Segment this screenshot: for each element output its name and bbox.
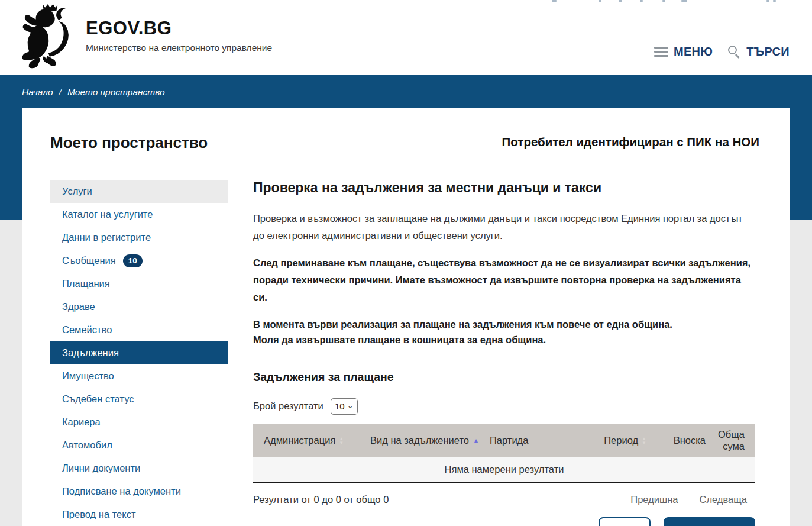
sidebar-item-label: Съдебен статус bbox=[62, 393, 134, 405]
column-header-obshta-suma[interactable]: Обща сума bbox=[709, 429, 755, 453]
results-per-page-select[interactable]: 10 ⌄ bbox=[331, 398, 358, 415]
results-per-page-value: 10 bbox=[335, 401, 345, 411]
chevron-down-icon: ⌄ bbox=[347, 402, 354, 409]
sidebar-item-sadeben-status[interactable]: Съдебен статус bbox=[50, 388, 228, 411]
sort-icon: ▲▼ bbox=[339, 437, 344, 445]
warning-paragraph-2-line2: Моля да извършвате плащане в кошницата з… bbox=[253, 332, 755, 348]
coat-of-arms-lion-logo[interactable] bbox=[20, 3, 74, 70]
sidebar-nav: Услуги Каталог на услугите Данни в регис… bbox=[50, 180, 228, 526]
unread-count-badge: 10 bbox=[123, 254, 143, 267]
clipped-top-nav-fragment bbox=[766, 0, 769, 2]
sidebar-item-label: Превод на текст bbox=[62, 509, 135, 520]
action-buttons: НАЗАД КЪМ ПЛАЩАНЕ bbox=[253, 517, 755, 526]
sidebar-item-label: Плащания bbox=[62, 278, 110, 289]
column-header-label: Администрация bbox=[264, 435, 335, 446]
warning-paragraph-2-line1: В момента върви реализация за плащане на… bbox=[253, 317, 755, 333]
brand-block: EGOV.BG Министерство на електронното упр… bbox=[86, 18, 272, 53]
header-actions: МЕНЮ ТЪРСИ bbox=[654, 45, 790, 59]
table-empty-state: Няма намерени резултати bbox=[253, 457, 755, 483]
service-description: Проверка и възможност за заплащане на дъ… bbox=[253, 210, 755, 244]
menu-button-label: МЕНЮ bbox=[674, 45, 713, 59]
sidebar-item-label: Задължения bbox=[62, 347, 119, 359]
sidebar-item-kariera[interactable]: Кариера bbox=[50, 411, 228, 434]
sidebar-item-label: Семейство bbox=[62, 324, 112, 335]
sort-icon: ▲▼ bbox=[642, 437, 646, 445]
results-per-page-control: Брой резултати 10 ⌄ bbox=[253, 398, 755, 415]
column-header-period[interactable]: Период ▲▼ bbox=[597, 435, 650, 446]
sidebar-item-label: Здраве bbox=[62, 301, 95, 312]
results-per-page-label: Брой резултати bbox=[253, 401, 323, 412]
brand-subtitle: Министерство на електронното управление bbox=[86, 43, 272, 53]
column-header-vid-sorted[interactable]: Вид на задължението ▲ bbox=[367, 435, 486, 446]
site-header: EGOV.BG Министерство на електронното упр… bbox=[0, 0, 812, 75]
page-title: Моето пространство bbox=[50, 134, 208, 152]
sidebar-item-label: Подписване на документи bbox=[62, 486, 181, 497]
breadcrumb-separator: / bbox=[59, 87, 62, 98]
column-header-label: Партида bbox=[490, 435, 528, 446]
results-summary-row: Резултати от 0 до 0 от общо 0 Предишна С… bbox=[253, 494, 755, 505]
sidebar-item-saobshteniya[interactable]: Съобщения 10 bbox=[50, 249, 228, 272]
sidebar-item-danni-v-registrite[interactable]: Данни в регистрите bbox=[50, 226, 228, 249]
clipped-top-nav-fragment bbox=[773, 0, 776, 2]
hamburger-icon bbox=[654, 47, 668, 57]
column-header-label: Период bbox=[604, 435, 638, 446]
back-button[interactable]: НАЗАД bbox=[599, 517, 651, 526]
user-identification-status: Потребител идентифициран с ПИК на НОИ bbox=[502, 135, 759, 149]
sidebar-item-uslugi[interactable]: Услуги bbox=[50, 180, 228, 203]
sidebar-divider bbox=[228, 180, 228, 526]
clipped-top-nav-fragment bbox=[640, 0, 643, 2]
sidebar-item-avtomobil[interactable]: Автомобил bbox=[50, 434, 228, 457]
sidebar-item-zdrave[interactable]: Здраве bbox=[50, 295, 228, 318]
sidebar-item-imushtestvo[interactable]: Имущество bbox=[50, 364, 228, 388]
sidebar-item-podpisvane[interactable]: Подписване на документи bbox=[50, 480, 228, 503]
sidebar-item-plashtaniya[interactable]: Плащания bbox=[50, 272, 228, 295]
clipped-top-nav-fragment bbox=[662, 0, 665, 2]
clipped-top-nav bbox=[0, 0, 812, 4]
sidebar-item-label: Кариера bbox=[62, 417, 101, 428]
content-card: Моето пространство Потребител идентифици… bbox=[22, 108, 790, 526]
sidebar-item-label: Съобщения bbox=[62, 255, 116, 266]
clipped-top-nav-fragment bbox=[681, 0, 687, 2]
to-payment-button[interactable]: КЪМ ПЛАЩАНЕ bbox=[664, 517, 755, 526]
sidebar-item-zadalzheniya-active[interactable]: Задължения bbox=[50, 341, 228, 364]
sidebar-item-semeystvo[interactable]: Семейство bbox=[50, 318, 228, 341]
pagination-previous[interactable]: Предишна bbox=[630, 494, 678, 505]
sidebar-item-lichni-dokumenti[interactable]: Лични документи bbox=[50, 457, 228, 480]
empty-message: Няма намерени резултати bbox=[445, 464, 564, 475]
column-header-partida[interactable]: Партида bbox=[486, 435, 597, 446]
sidebar-item-katalog[interactable]: Каталог на услугите bbox=[50, 203, 228, 226]
sidebar-item-label: Автомобил bbox=[62, 440, 112, 451]
obligations-table: Администрация ▲▼ Вид на задължението ▲ П… bbox=[253, 424, 755, 483]
obligations-section-title: Задължения за плащане bbox=[253, 370, 755, 384]
sort-asc-icon: ▲ bbox=[473, 437, 480, 445]
breadcrumb: Начало / Моето пространство bbox=[22, 87, 165, 98]
column-header-label: Обща сума bbox=[716, 429, 745, 453]
search-button-label: ТЪРСИ bbox=[746, 45, 790, 59]
sidebar-item-label: Лични документи bbox=[62, 463, 140, 474]
clipped-top-nav-fragment bbox=[552, 0, 557, 2]
column-header-label: Вноска bbox=[674, 435, 706, 446]
results-summary: Резултати от 0 до 0 от общо 0 bbox=[253, 494, 389, 505]
sidebar-item-label: Услуги bbox=[62, 186, 92, 197]
pagination-next[interactable]: Следваща bbox=[700, 494, 748, 505]
search-icon bbox=[728, 46, 741, 59]
lion-icon bbox=[20, 3, 74, 70]
clipped-top-nav-fragment bbox=[619, 0, 622, 2]
column-header-administratsiya[interactable]: Администрация ▲▼ bbox=[253, 435, 367, 446]
search-button[interactable]: ТЪРСИ bbox=[728, 45, 790, 59]
column-header-vnoska[interactable]: Вноска bbox=[650, 435, 709, 446]
sidebar-item-label: Каталог на услугите bbox=[62, 209, 153, 220]
breadcrumb-current: Моето пространство bbox=[67, 87, 165, 98]
sidebar-item-label: Данни в регистрите bbox=[62, 232, 151, 243]
clipped-top-nav-fragment bbox=[599, 0, 601, 2]
sidebar-item-label: Имущество bbox=[62, 370, 114, 382]
column-header-label: Вид на задължението bbox=[370, 435, 469, 446]
warning-paragraph-1: След преминаване към плащане, съществува… bbox=[253, 254, 755, 305]
breadcrumb-home-link[interactable]: Начало bbox=[22, 87, 53, 98]
pagination: Предишна Следваща bbox=[630, 494, 755, 505]
main-content: Проверка на задължения за местни данъци … bbox=[253, 180, 755, 526]
table-header-row: Администрация ▲▼ Вид на задължението ▲ П… bbox=[253, 424, 755, 457]
brand-title: EGOV.BG bbox=[86, 18, 272, 39]
menu-button[interactable]: МЕНЮ bbox=[654, 45, 713, 59]
sidebar-item-prevod-na-tekst[interactable]: Превод на текст bbox=[50, 503, 228, 526]
